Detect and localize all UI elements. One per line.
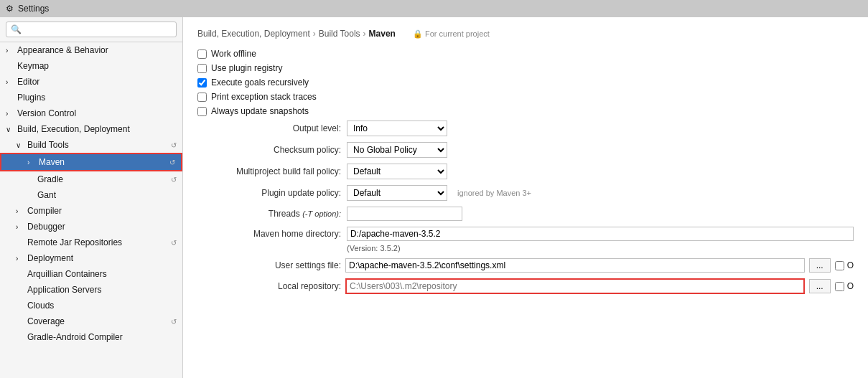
arrow-icon-appearance: › (6, 47, 14, 55)
select-checksum-policy[interactable]: No Global PolicyStrictLax (347, 142, 447, 158)
maven-home-row: Maven home directory: (197, 227, 854, 241)
checkbox-execute-goals[interactable] (197, 78, 207, 88)
breadcrumb-part-1: Build, Execution, Deployment (197, 29, 310, 39)
checkbox-row-use-plugin-registry: Use plugin registry (197, 63, 854, 73)
local-repo-label: Local repository: (197, 281, 341, 291)
checkbox-label-work-offline: Work offline (211, 49, 256, 59)
sidebar-item-version-control[interactable]: ›Version Control (0, 105, 182, 121)
arrow-icon-debugger: › (16, 223, 24, 231)
arrow-icon-deployment: › (16, 255, 24, 263)
reset-icon-build-tools: ↺ (171, 141, 177, 149)
select-output-level[interactable]: InfoDebugError (347, 121, 447, 136)
arrow-icon-build-exec-deploy: ∨ (6, 126, 14, 133)
threads-row: Threads (-T option): (197, 207, 854, 221)
sidebar-item-coverage[interactable]: Coverage↺ (0, 313, 182, 329)
sidebar-label-deployment: Deployment (27, 253, 73, 263)
sidebar-item-gradle-android[interactable]: Gradle-Android Compiler (0, 329, 182, 345)
sidebar-item-gradle[interactable]: Gradle↺ (0, 171, 182, 187)
checkbox-label-execute-goals: Execute goals recursively (211, 77, 309, 88)
sidebar-label-version-control: Version Control (17, 108, 76, 118)
checkbox-label-use-plugin-registry: Use plugin registry (211, 63, 282, 73)
sidebar-item-clouds[interactable]: Clouds (0, 298, 182, 313)
maven-home-label: Maven home directory: (197, 229, 341, 239)
project-note: 🔒 For current project (413, 29, 490, 39)
sidebar-label-gradle-android: Gradle-Android Compiler (27, 332, 123, 342)
sidebar-label-appearance: Appearance & Behavior (17, 45, 108, 55)
arrow-icon-compiler: › (16, 207, 24, 215)
checkbox-row-always-update: Always update snapshots (197, 106, 854, 116)
threads-input[interactable] (347, 207, 462, 221)
threads-label: Threads (-T option): (197, 209, 341, 219)
sidebar-item-editor[interactable]: ›Editor (0, 74, 182, 90)
local-repo-override-checkbox[interactable] (835, 282, 844, 291)
user-settings-override-checkbox[interactable] (835, 261, 844, 270)
sidebar-label-gant: Gant (37, 190, 56, 200)
user-settings-input[interactable] (345, 258, 805, 273)
breadcrumb: Build, Execution, Deployment › Build Too… (197, 29, 854, 39)
checkbox-always-update[interactable] (197, 107, 207, 116)
sidebar-item-keymap[interactable]: Keymap (0, 58, 182, 74)
sidebar-item-compiler[interactable]: ›Compiler (0, 203, 182, 219)
arrow-icon-version-control: › (6, 110, 14, 118)
sidebar-item-arquillian[interactable]: Arquillian Containers (0, 266, 182, 282)
sidebar-label-app-servers: Application Servers (27, 285, 101, 295)
select-multiproject-fail[interactable]: DefaultFail FastFail Never (347, 164, 447, 179)
sidebar-label-clouds: Clouds (27, 301, 54, 311)
settings-icon: ⚙ (6, 4, 14, 14)
sidebar-label-arquillian: Arquillian Containers (27, 269, 107, 279)
window-title: Settings (18, 4, 49, 14)
note-plugin-update: ignored by Maven 3+ (457, 189, 531, 197)
arrow-icon-build-tools: ∨ (16, 141, 24, 149)
sidebar-item-debugger[interactable]: ›Debugger (0, 219, 182, 235)
sidebar-label-build-exec-deploy: Build, Execution, Deployment (17, 124, 130, 134)
checkbox-print-exception[interactable] (197, 93, 207, 102)
dropdown-row-output-level: Output level: InfoDebugError (197, 121, 854, 136)
checkbox-use-plugin-registry[interactable] (197, 64, 207, 73)
user-settings-label: User settings file: (197, 260, 341, 270)
local-repo-input[interactable] (345, 278, 805, 294)
local-repo-browse-btn[interactable]: ... (809, 279, 831, 293)
arrow-icon-editor: › (6, 78, 14, 86)
label-plugin-update: Plugin update policy: (197, 188, 341, 198)
sidebar: ›Appearance & BehaviorKeymap›EditorPlugi… (0, 17, 183, 378)
maven-home-input[interactable] (347, 227, 854, 241)
sidebar-label-gradle: Gradle (37, 174, 63, 184)
checkbox-label-print-exception: Print exception stack traces (211, 92, 317, 102)
reset-icon-coverage: ↺ (171, 318, 177, 326)
sidebar-label-maven: Maven (39, 157, 65, 167)
select-plugin-update[interactable]: DefaultAlwaysNever (347, 185, 447, 201)
search-bar[interactable] (0, 17, 182, 42)
checkbox-list: Work offline Use plugin registry Execute… (197, 49, 854, 116)
content-panel: Build, Execution, Deployment › Build Too… (183, 17, 868, 378)
sidebar-item-build-exec-deploy[interactable]: ∨Build, Execution, Deployment (0, 121, 182, 137)
sidebar-label-build-tools: Build Tools (27, 140, 69, 150)
checkbox-label-always-update: Always update snapshots (211, 106, 309, 116)
sidebar-item-gant[interactable]: Gant (0, 187, 182, 203)
checkbox-row-print-exception: Print exception stack traces (197, 92, 854, 102)
breadcrumb-current: Maven (369, 29, 396, 39)
checkbox-work-offline[interactable] (197, 49, 207, 59)
sidebar-item-remote-jar[interactable]: Remote Jar Repositories↺ (0, 235, 182, 250)
user-settings-browse-btn[interactable]: ... (809, 258, 831, 273)
sidebar-item-build-tools[interactable]: ∨Build Tools↺ (0, 137, 182, 153)
title-bar: ⚙ Settings (0, 0, 868, 17)
maven-version-note: (Version: 3.5.2) (347, 244, 854, 252)
sidebar-label-remote-jar: Remote Jar Repositories (27, 237, 122, 247)
sidebar-item-app-servers[interactable]: Application Servers (0, 282, 182, 298)
sidebar-item-maven[interactable]: ›Maven↺ (0, 153, 182, 171)
search-input[interactable] (6, 22, 177, 37)
sidebar-item-plugins[interactable]: Plugins (0, 90, 182, 105)
local-repo-override: O (835, 281, 854, 291)
sidebar-label-coverage: Coverage (27, 316, 65, 326)
sidebar-label-compiler: Compiler (27, 206, 62, 216)
sidebar-item-deployment[interactable]: ›Deployment (0, 250, 182, 266)
user-settings-row: User settings file: ... O (197, 258, 854, 273)
reset-icon-remote-jar: ↺ (171, 239, 177, 247)
dropdown-row-checksum-policy: Checksum policy: No Global PolicyStrictL… (197, 142, 854, 158)
checkbox-row-work-offline: Work offline (197, 49, 854, 59)
checkbox-row-execute-goals: Execute goals recursively (197, 77, 854, 88)
sidebar-item-appearance[interactable]: ›Appearance & Behavior (0, 42, 182, 58)
arrow-icon-maven: › (27, 159, 36, 166)
sidebar-list: ›Appearance & BehaviorKeymap›EditorPlugi… (0, 42, 182, 345)
dropdown-row-multiproject-fail: Multiproject build fail policy: DefaultF… (197, 164, 854, 179)
